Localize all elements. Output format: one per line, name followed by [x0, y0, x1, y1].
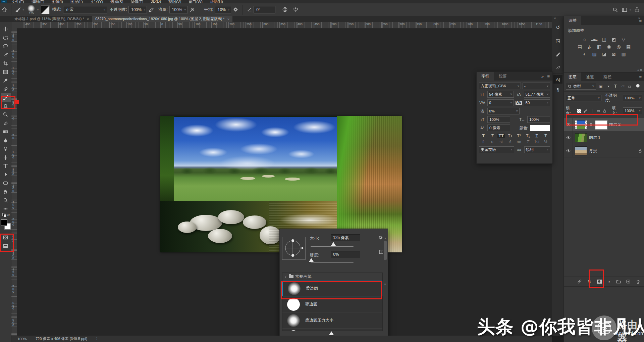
mask-link-icon[interactable] [589, 123, 593, 127]
chevron-down-icon[interactable]: ˅ [22, 8, 24, 11]
brush-preset-soft-round[interactable]: 柔边圆 [282, 281, 382, 296]
quick-mask-mode[interactable] [1, 233, 11, 242]
ordinals-button[interactable]: σ [489, 140, 496, 144]
text-color-swatch[interactable] [530, 125, 550, 131]
lasso-tool[interactable] [1, 42, 11, 51]
brush-preset-soft-round-pressure[interactable]: 柔边圆压力大小 [282, 312, 382, 329]
layer-fill-select[interactable]: 100%˅ [623, 107, 642, 114]
gradient-tool[interactable] [1, 128, 11, 136]
subscript-button[interactable]: T₁ [524, 134, 532, 138]
marquee-tool[interactable] [1, 34, 11, 42]
brush-preset-hard-round[interactable]: 硬边圆 [282, 296, 382, 312]
menu-item[interactable]: 帮助(H) [210, 0, 223, 3]
blend-mode-select[interactable]: 正常˅ [63, 6, 107, 13]
collapse-panels-icon[interactable]: » [638, 16, 640, 20]
move-tool[interactable] [1, 25, 11, 34]
hardness-slider-thumb[interactable] [309, 258, 314, 262]
history-panel-icon[interactable]: ↺ [553, 23, 562, 32]
filter-shape-layers-icon[interactable]: ▱ [620, 84, 626, 89]
character-panel-icon[interactable]: A| [553, 75, 562, 84]
layer-mask-thumbnail[interactable] [595, 120, 607, 129]
photo-filter-icon[interactable]: ◉ [606, 44, 612, 50]
layer-thumbnail[interactable] [575, 120, 587, 129]
tab-paths[interactable]: 路径 [599, 72, 616, 81]
font-style-select[interactable]: -˅ [523, 83, 550, 89]
brush-tool-selected[interactable] [1, 93, 11, 102]
visibility-toggle[interactable] [564, 131, 573, 144]
selective-color-icon[interactable]: ⊠ [610, 51, 617, 57]
lock-transparency-icon[interactable] [577, 109, 581, 113]
discretionary-ligatures-button[interactable]: st [497, 140, 505, 144]
filter-adjustment-layers-icon[interactable]: ◑ [605, 84, 611, 89]
superscript-button[interactable]: T¹ [515, 134, 523, 138]
workspace-switcher-icon[interactable] [620, 5, 629, 14]
delete-layer-icon[interactable] [635, 279, 641, 284]
gradient-map-icon[interactable]: ▥ [620, 51, 627, 57]
filter-smart-objects-icon[interactable] [628, 84, 633, 88]
leading-select[interactable]: 51.77 像素˅ [524, 91, 550, 98]
document-tab-active[interactable]: 03270_anemonepoolreflections_1920x1080.j… [92, 16, 232, 22]
brush-tool-icon[interactable] [14, 5, 22, 14]
toggle-brush-panel-icon[interactable] [41, 5, 50, 14]
eyedropper-tool[interactable] [1, 76, 11, 85]
levels-icon[interactable]: ▂▅▃ [591, 37, 598, 42]
chevron-down-icon[interactable]: ˅ [630, 8, 631, 11]
path-selection-tool[interactable] [1, 170, 11, 179]
smoothing-select[interactable]: 10%˅ [215, 6, 231, 13]
collapse-dock-icon[interactable]: « [554, 16, 555, 20]
pressure-size-icon[interactable] [280, 5, 289, 14]
tracking-select[interactable]: 50˅ [524, 99, 550, 106]
screen-mode[interactable] [1, 242, 11, 251]
brush-group-header[interactable]: ∨ 常规画笔 [282, 273, 382, 281]
menu-item[interactable]: 文字(Y) [90, 0, 103, 3]
document-tab[interactable]: 未标题-1.psd @ 113% (调整后), RGB/8#) *× [11, 16, 92, 22]
flow-select[interactable]: 100%˅ [169, 6, 188, 13]
strikethrough-button[interactable]: Ŧ [542, 134, 549, 138]
type-tool[interactable] [1, 162, 11, 170]
share-icon[interactable] [633, 5, 641, 14]
panel-footer-icons[interactable]: « ✕ [637, 68, 642, 72]
layer-name[interactable]: 图层 2 [609, 122, 621, 128]
properties-panel-icon[interactable]: ◳ [553, 37, 562, 45]
swash-button[interactable]: T [524, 140, 532, 144]
layer-filter-select[interactable]: 类型˅ [566, 83, 596, 90]
home-icon[interactable] [0, 5, 9, 14]
crop-tool[interactable] [1, 59, 11, 68]
kerning-select[interactable]: 0˅ [487, 99, 514, 106]
fractions-button[interactable]: ½ [542, 140, 549, 144]
quick-selection-tool[interactable] [1, 51, 11, 59]
angle-input[interactable]: 0° [254, 6, 275, 13]
horizontal-ruler[interactable]: 4003503002502001501005005010015020025030… [17, 22, 552, 29]
clone-source-panel-icon[interactable] [553, 63, 562, 71]
layer-thumbnail[interactable] [575, 147, 587, 155]
frame-tool[interactable] [1, 68, 11, 77]
titling-alternates-button[interactable]: A [506, 140, 514, 144]
swap-colors-icon[interactable]: ⇄ [7, 213, 10, 216]
menu-item[interactable]: 编辑(E) [32, 0, 44, 3]
status-chevron-icon[interactable]: 〉 [96, 337, 99, 341]
menu-item[interactable]: 视图(V) [168, 0, 181, 3]
brush-angle-preview[interactable] [282, 237, 306, 260]
menu-item[interactable]: 窗口(W) [189, 0, 203, 3]
new-group-icon[interactable] [615, 279, 622, 284]
default-colors-icon[interactable]: ⇄ [1, 213, 11, 217]
antialias-select[interactable]: 锐利˅ [524, 146, 550, 153]
brightness-contrast-icon[interactable]: ☼ [581, 37, 588, 42]
faux-bold-button[interactable]: T [480, 134, 487, 138]
filter-toggle-icon[interactable] [635, 84, 640, 89]
tab-paragraph[interactable]: 段落 [494, 72, 512, 81]
faux-italic-button[interactable]: T [489, 134, 496, 138]
layer-row-background[interactable]: 背景 [564, 144, 644, 157]
proportional-spacing-select[interactable]: 0%˅ [487, 108, 520, 114]
vibrance-icon[interactable]: ▽ [620, 37, 627, 42]
dodge-tool[interactable] [1, 145, 11, 153]
brush-settings-panel-icon[interactable] [553, 50, 562, 59]
tab-character[interactable]: 字符 [477, 72, 494, 81]
invert-icon[interactable]: ◐ [581, 51, 588, 57]
lock-pixels-icon[interactable] [583, 109, 588, 113]
preset-scrollbar[interactable]: ∧ ∨ [383, 237, 387, 286]
all-caps-button[interactable]: TT [497, 134, 505, 138]
zoom-tool[interactable] [1, 196, 11, 205]
panel-menu-icon[interactable]: ≡ [547, 74, 550, 79]
menu-item[interactable]: 文件(F) [11, 0, 24, 3]
